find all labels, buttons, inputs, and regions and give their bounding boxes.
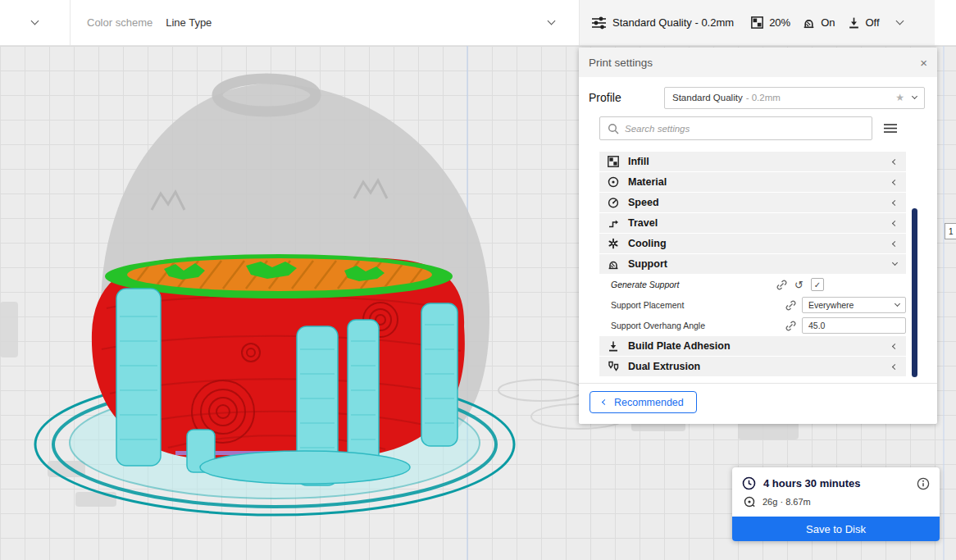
cooling-icon	[606, 238, 621, 249]
link-icon[interactable]	[785, 300, 796, 311]
chevron-down-icon	[895, 300, 900, 306]
panel-footer: Recommended	[579, 383, 937, 424]
topbar-gap	[935, 0, 956, 45]
chevron-left-icon	[892, 343, 898, 348]
infill-icon	[606, 156, 621, 167]
search-box	[599, 116, 872, 140]
travel-icon	[606, 217, 621, 229]
panel-title: Print settings	[589, 57, 653, 69]
color-scheme-dropdown[interactable]: Color scheme Line Type	[71, 0, 579, 45]
chevron-left-icon	[892, 179, 898, 184]
chevron-left-icon	[892, 240, 898, 246]
profile-detail: - 0.2mm	[746, 93, 781, 102]
chevron-down-icon	[31, 17, 39, 25]
color-scheme-label: Color scheme	[87, 16, 153, 29]
clock-icon	[742, 476, 756, 490]
star-icon[interactable]: ★	[895, 92, 904, 103]
link-icon[interactable]	[785, 321, 796, 331]
menu-icon[interactable]	[883, 123, 898, 134]
overhang-angle-input[interactable]	[802, 317, 906, 334]
chevron-down-icon	[548, 17, 556, 25]
category-material[interactable]: Material	[599, 172, 906, 192]
adhesion-icon	[848, 16, 860, 29]
setting-label: Support Placement	[611, 300, 684, 310]
reset-icon[interactable]: ↺	[794, 280, 803, 290]
category-dual-extrusion[interactable]: Dual Extrusion	[599, 357, 906, 376]
save-to-disk-button[interactable]: Save to Disk	[732, 517, 940, 541]
print-duration: 4 hours 30 minutes	[763, 477, 860, 489]
view-dropdown[interactable]	[0, 0, 71, 45]
setting-label: Support Overhang Angle	[611, 321, 705, 330]
search-icon	[608, 123, 619, 134]
profile-dropdown[interactable]: Standard Quality - 0.2mm ★	[664, 87, 925, 109]
speed-icon	[606, 197, 621, 208]
infill-icon	[751, 16, 763, 29]
search-row	[579, 110, 937, 147]
setting-label: Generate Support	[611, 280, 679, 289]
support-icon	[803, 16, 815, 29]
profile-row: Profile Standard Quality - 0.2mm ★	[579, 77, 937, 110]
info-icon[interactable]	[917, 477, 930, 490]
support-icon	[606, 258, 621, 270]
profile-label: Profile	[589, 91, 621, 104]
chevron-down-icon	[912, 93, 917, 98]
cura-preview-window: 1 Color scheme Line Type Standard Qualit…	[0, 0, 956, 560]
summary-profile: Standard Quality - 0.2mm	[612, 16, 734, 29]
link-icon[interactable]	[776, 280, 787, 290]
panel-header: Print settings ×	[579, 48, 937, 77]
category-support[interactable]: Support	[599, 254, 906, 274]
settings-category-list: Infill Material Speed	[599, 152, 906, 376]
close-icon[interactable]: ×	[920, 57, 927, 69]
support-placement-dropdown[interactable]: Everywhere	[802, 297, 906, 313]
print-settings-panel: Print settings × Profile Standard Qualit…	[579, 48, 937, 424]
chevron-left-icon	[892, 220, 898, 225]
recommended-mode-button[interactable]: Recommended	[590, 391, 697, 413]
chevron-left-icon	[892, 199, 898, 205]
top-toolbar: Color scheme Line Type Standard Quality …	[0, 0, 956, 46]
summary-adhesion: Off	[866, 16, 880, 29]
dual-extrusion-icon	[606, 361, 621, 372]
category-cooling[interactable]: Cooling	[599, 234, 906, 253]
spool-icon	[744, 496, 755, 508]
summary-support: On	[821, 16, 835, 29]
color-scheme-value: Line Type	[166, 16, 212, 29]
category-infill[interactable]: Infill	[599, 152, 906, 171]
setting-support-placement: Support Placement Everywhere	[599, 295, 906, 315]
toolpath-ghost	[498, 380, 584, 401]
panel-scrollbar[interactable]	[912, 208, 917, 377]
print-settings-summary-button[interactable]: Standard Quality - 0.2mm 20% On Off	[579, 0, 935, 45]
generate-support-checkbox[interactable]: ✓	[811, 278, 824, 291]
setting-support-overhang-angle: Support Overhang Angle	[599, 316, 906, 335]
search-settings-input[interactable]	[625, 124, 864, 134]
setting-generate-support: Generate Support ↺ ✓	[599, 275, 906, 294]
chevron-down-icon	[892, 259, 898, 265]
chevron-left-icon	[602, 399, 608, 405]
material-usage: 26g · 8.67m	[763, 497, 811, 507]
summary-infill: 20%	[769, 16, 790, 29]
material-icon	[606, 176, 621, 188]
chevron-left-icon	[892, 363, 898, 369]
sliders-icon	[591, 16, 607, 30]
chevron-down-icon	[895, 17, 904, 25]
adhesion-icon	[606, 340, 621, 352]
category-build-plate-adhesion[interactable]: Build Plate Adhesion	[599, 336, 906, 356]
layer-indicator[interactable]: 1	[945, 223, 956, 239]
chevron-left-icon	[892, 158, 898, 164]
print-estimate-card: 4 hours 30 minutes 26g · 8.67m Save to D…	[732, 467, 940, 541]
profile-name: Standard Quality	[672, 93, 743, 102]
category-travel[interactable]: Travel	[599, 213, 906, 233]
category-speed[interactable]: Speed	[599, 193, 906, 212]
